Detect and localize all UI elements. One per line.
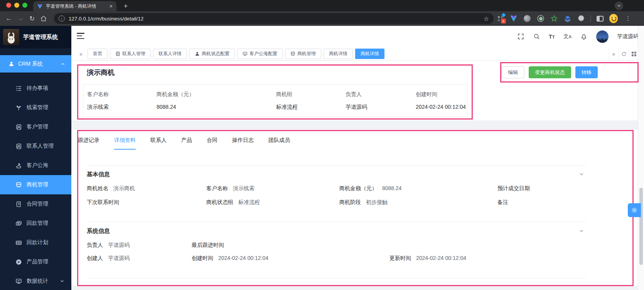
url-text: 127.0.0.1/crm/business/detail/12 [69,16,480,22]
home-icon[interactable] [38,15,49,22]
quick-nav-grid-icon[interactable] [629,47,639,61]
gray-ball-extension-icon[interactable] [523,14,531,23]
sidebar-item-label: 合同管理 [27,201,48,207]
sidebar-item-label: 线索管理 [27,104,48,111]
ring-dot-extension-icon[interactable] [536,14,545,23]
back-icon[interactable]: ← [3,15,15,22]
tab-close-icon[interactable]: × [110,3,113,9]
info-field: 创建人芋道源码 [87,254,192,262]
tab-team-members[interactable]: 团队成员 [268,137,290,150]
sidebar-item-leads[interactable]: 线索管理 [0,98,71,117]
sidebar-item-crm-system[interactable]: CRM 系统 [0,55,71,72]
tab-contacts[interactable]: 联系人 [150,137,167,150]
transfer-button[interactable]: 转移 [575,66,598,78]
tab-detail-info[interactable]: 详细资料 [114,137,136,150]
tab-follow-records[interactable]: 跟进记录 [78,137,99,150]
contract-icon [15,201,22,207]
layers-extension-icon[interactable] [563,14,572,23]
sidebar-item-public-pool[interactable]: 客户公海 [0,156,71,175]
app-logo[interactable]: 芋道管理系统 [0,26,71,48]
info-field: 商机状态组标准流程 [206,198,339,206]
tab-label: 联系人详情 [158,51,182,57]
section-title: 系统信息 [87,222,586,235]
browser-menu-icon[interactable]: ⋮ [625,15,631,22]
sidebar-item-label: 待办事项 [27,85,48,92]
tab-public-pool-config[interactable]: 客户公海配置 [237,49,283,59]
font-size-icon[interactable]: TT [549,33,555,40]
tab-operation-log[interactable]: 操作日志 [232,137,254,150]
tab-business-detail[interactable]: 商机详情 [324,49,353,59]
user-avatar[interactable] [596,30,609,43]
forward-icon[interactable]: → [15,15,26,22]
scrollbar-thumb[interactable] [639,188,643,265]
extension-grid-icon[interactable]: 6 [496,14,504,23]
collapse-menu-icon[interactable] [77,33,84,39]
edit-button[interactable]: 编辑 [501,66,524,78]
collapse-chevron-icon[interactable] [579,228,584,234]
business-summary-box: 客户名称演示线索 商机金额（元）8088.24 商机组标准流程 负责人芋道源码 … [83,84,467,117]
search-icon[interactable] [533,33,540,40]
action-buttons: 编辑 变更商机状态 转移 [501,66,598,78]
tab-contact-management[interactable]: 联系人管理 [110,49,151,59]
zoom-window-button[interactable] [22,3,27,8]
bottom-divider [87,278,586,287]
summary-field: 创建时间2024-02-24 00:12:04 [416,91,467,116]
info-row: 下次联系时间 商机状态组标准流程 商机阶段初步接触 备注 [87,198,586,206]
header-actions: TT 文A 芋道源码 [517,26,644,47]
extensions-puzzle-icon[interactable] [577,14,585,23]
info-field: 预计成交日期 [497,184,586,192]
refresh-page-icon[interactable] [619,47,629,61]
minimize-window-button[interactable] [14,3,19,8]
tab-business-detail-active[interactable]: 商机详情 [355,49,384,59]
tab-label: 商机管理 [297,51,316,57]
green-star-extension-icon[interactable] [550,14,558,23]
board-icon [243,51,248,56]
sidebar-item-contracts[interactable]: 合同管理 [0,194,71,214]
collapse-chevron-icon[interactable] [579,172,584,177]
bookmark-star-icon[interactable]: ☆ [484,15,489,22]
browser-tab[interactable]: 芋道管理系统 - 商机详情 × [33,1,116,11]
profile-avatar-icon[interactable] [609,14,618,23]
sidebar-item-customers[interactable]: 客户管理 [0,117,71,137]
sidebar-item-statistics[interactable]: 数据统计 [0,271,71,290]
business-title: 演示商机 [87,68,115,77]
vertical-scrollbar[interactable] [638,26,644,290]
tabs-scroll-right-icon[interactable]: » [609,47,619,61]
tab-contracts[interactable]: 合同 [207,137,217,150]
vue-devtools-icon[interactable] [509,14,518,23]
tab-business-management[interactable]: 商机管理 [285,49,321,59]
side-panel-icon[interactable] [596,14,604,23]
sidebar-item-business[interactable]: 商机管理 [0,175,71,194]
sidebar-item-receivable-plan[interactable]: 回款计划 [0,233,71,252]
change-status-button[interactable]: 变更商机状态 [529,66,571,78]
tab-products[interactable]: 产品 [181,137,192,150]
notification-bell-icon[interactable] [580,33,588,40]
field-value: 2024-02-24 00:12:04 [416,104,467,110]
tab-contact-detail[interactable]: 联系人详情 [153,49,187,59]
new-tab-button[interactable]: + [121,2,130,11]
sidebar-item-label: 回款计划 [27,239,48,246]
sidebar-item-label: 客户公海 [27,162,48,169]
sidebar-item-receivables[interactable]: 回款管理 [0,214,71,233]
site-info-icon[interactable]: i [59,15,65,22]
sidebar-item-label: 数据统计 [27,278,48,285]
language-icon[interactable]: 文A [563,33,572,40]
ship-icon [15,162,22,169]
reload-icon[interactable]: ↻ [26,15,38,23]
close-window-button[interactable] [6,3,11,8]
tab-label: 商机详情 [329,51,347,57]
sidebar-item-todo[interactable]: 待办事项 [0,79,71,98]
theme-settings-button[interactable] [628,203,641,217]
field-label: 客户名称 [87,91,157,98]
app-header: TT 文A 芋道源码 [71,26,644,47]
info-row: 负责人芋道源码 最后跟进时间 [87,241,586,249]
summary-field: 商机金额（元）8088.24 [157,91,276,116]
sidebar-item-products[interactable]: 产品管理 [0,252,71,271]
tab-home[interactable]: 首页 [88,49,108,59]
tabs-scroll-left-icon[interactable]: « [76,47,86,61]
tab-search-button[interactable] [615,2,623,10]
fullscreen-icon[interactable] [517,33,524,40]
address-bar[interactable]: i 127.0.0.1/crm/business/detail/12 ☆ [54,13,494,24]
tab-business-status-config[interactable]: 商机状态配置 [189,49,235,59]
sidebar-item-contacts[interactable]: 联系人管理 [0,137,71,156]
